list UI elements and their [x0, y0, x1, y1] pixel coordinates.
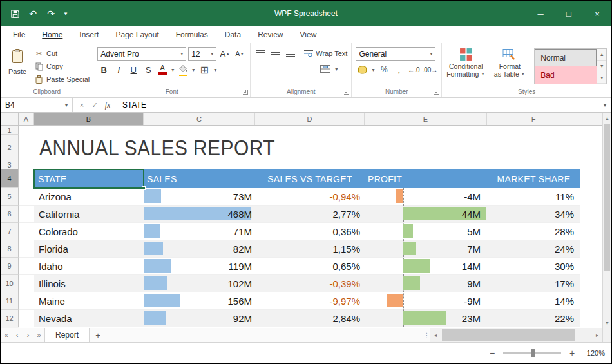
horizontal-scroll-track[interactable] — [441, 328, 592, 342]
maximize-button[interactable]: □ — [555, 1, 583, 26]
sheet-tab-report[interactable]: Report — [44, 328, 90, 342]
column-header-c[interactable]: C — [144, 113, 255, 125]
font-color-button[interactable]: A — [157, 63, 168, 76]
cell-profit[interactable]: -4M — [365, 188, 487, 206]
row-header-10[interactable]: 10 — [1, 275, 19, 292]
increase-decimal-button[interactable]: ←.0 — [407, 63, 420, 76]
align-right-button[interactable] — [284, 62, 297, 75]
justify-button[interactable] — [299, 62, 312, 75]
cell-a4[interactable] — [19, 169, 34, 188]
cell-profit[interactable]: 9M — [365, 275, 487, 292]
horizontal-scroll-thumb[interactable] — [442, 329, 575, 341]
cell-state[interactable]: Maine — [34, 292, 144, 310]
cell-market-share[interactable]: 30% — [487, 258, 580, 275]
tab-view[interactable]: View — [292, 28, 325, 43]
font-name-combo[interactable]: Advent Pro ▾ — [97, 47, 186, 61]
cell-sales[interactable]: 82M — [144, 240, 255, 258]
customize-qat-button[interactable]: ▾ — [61, 6, 70, 21]
scroll-down-icon[interactable]: ▼ — [603, 318, 611, 328]
tab-review[interactable]: Review — [249, 28, 291, 43]
scroll-up-icon[interactable]: ▲ — [603, 113, 611, 123]
zoom-slider-thumb[interactable] — [531, 349, 535, 357]
cell-sales[interactable]: 71M — [144, 223, 255, 240]
underline-button[interactable]: U — [127, 63, 140, 76]
formula-cancel-button[interactable]: × — [75, 101, 88, 109]
gallery-down-button[interactable]: ▼ — [597, 61, 606, 72]
column-header-e[interactable]: E — [365, 113, 487, 125]
cell-a[interactable] — [19, 240, 34, 258]
bold-button[interactable]: B — [97, 63, 110, 76]
cell-state[interactable]: Colorado — [34, 223, 144, 240]
column-header-a[interactable]: A — [19, 113, 34, 125]
italic-button[interactable]: I — [112, 63, 125, 76]
cell-profit[interactable]: 5M — [365, 223, 487, 240]
cell-sales[interactable]: 102M — [144, 275, 255, 292]
row-header-6[interactable]: 6 — [1, 206, 19, 223]
number-dialog-launcher-icon[interactable] — [434, 90, 439, 95]
row-header-5[interactable]: 5 — [1, 188, 19, 206]
wrap-text-button[interactable]: Wrap Text — [304, 47, 347, 60]
cell-profit-header[interactable]: PROFIT — [365, 169, 487, 188]
tab-file[interactable]: File — [5, 28, 33, 43]
comma-style-button[interactable]: , — [392, 63, 405, 76]
cell-profit[interactable]: -9M — [365, 292, 487, 310]
borders-button[interactable]: ⊞ — [198, 63, 211, 76]
minimize-button[interactable]: ─ — [526, 1, 555, 26]
cell-market-share[interactable]: 22% — [487, 310, 580, 327]
formula-enter-button[interactable]: ✓ — [88, 101, 101, 110]
row-header-9[interactable]: 9 — [1, 258, 19, 275]
zoom-in-button[interactable]: + — [566, 348, 578, 358]
vertical-scroll-thumb[interactable] — [604, 124, 610, 271]
tab-page-layout[interactable]: Page Layout — [107, 28, 167, 43]
cell-sales-vs-target[interactable]: 0,65% — [255, 258, 365, 275]
merge-center-button[interactable] — [319, 62, 332, 75]
strikethrough-button[interactable]: S — [142, 63, 155, 76]
accounting-format-button[interactable] — [356, 63, 368, 76]
cell-state[interactable]: Nevada — [34, 310, 144, 327]
formula-bar-expand-button[interactable]: ▾ — [598, 98, 611, 112]
align-left-button[interactable] — [254, 62, 267, 75]
zoom-out-button[interactable]: − — [486, 348, 498, 358]
copy-button[interactable]: Copy — [35, 61, 90, 72]
row-header-3[interactable]: 3 — [1, 160, 19, 169]
cell-sales-header[interactable]: SALES — [144, 169, 255, 188]
number-format-combo[interactable]: General ▾ — [356, 47, 435, 61]
select-all-corner[interactable] — [1, 113, 19, 125]
cell-profit[interactable]: 23M — [365, 310, 487, 327]
paste-button[interactable]: Paste — [3, 44, 32, 75]
cell-market-share[interactable]: 17% — [487, 275, 580, 292]
cell-sales-vs-target[interactable]: -0,39% — [255, 275, 365, 292]
vertical-scrollbar[interactable]: ▲ ▼ — [602, 113, 611, 328]
cell-sales-vs-target[interactable]: -0,94% — [255, 188, 365, 206]
gallery-more-button[interactable]: ▾ — [597, 72, 606, 84]
tab-splitter-icon[interactable]: ⋮ — [424, 328, 430, 342]
name-box[interactable]: B4 ▾ — [1, 98, 73, 112]
cell-a[interactable] — [19, 223, 34, 240]
save-button[interactable] — [7, 6, 23, 21]
cut-button[interactable]: ✂ Cut — [35, 48, 90, 59]
previous-sheet-button[interactable]: ‹ — [12, 328, 23, 342]
style-bad[interactable]: Bad — [535, 66, 597, 84]
cell-state[interactable]: Florida — [34, 240, 144, 258]
cell-state[interactable]: Illinois — [34, 275, 144, 292]
fill-color-button[interactable] — [177, 63, 189, 76]
decrease-decimal-button[interactable]: .00→ — [422, 63, 437, 76]
cell-sales[interactable]: 468M — [144, 206, 255, 223]
grow-font-button[interactable]: A▲ — [218, 48, 231, 61]
cell-a[interactable] — [19, 310, 34, 327]
cell-sales-vs-target[interactable]: -9,97% — [255, 292, 365, 310]
column-header-d[interactable]: D — [255, 113, 365, 125]
cell-sales[interactable]: 92M — [144, 310, 255, 327]
font-size-combo[interactable]: 12 ▾ — [188, 47, 216, 61]
font-color-dropdown[interactable]: ▾ — [170, 67, 175, 73]
row-header-11[interactable]: 11 — [1, 292, 19, 310]
borders-dropdown[interactable]: ▾ — [213, 67, 218, 73]
cell-sales-vs-target[interactable]: 2,84% — [255, 310, 365, 327]
align-bottom-button[interactable] — [284, 47, 297, 60]
paste-special-button[interactable]: Paste Special — [35, 74, 90, 84]
shrink-font-button[interactable]: A▼ — [233, 48, 246, 61]
grid-body[interactable]: ANNUAL SALES REPORTSTATESALESSALES VS TA… — [19, 126, 602, 328]
percent-style-button[interactable]: % — [378, 63, 390, 76]
conditional-formatting-button[interactable]: Conditional Formatting▾ — [444, 44, 488, 78]
tab-home[interactable]: Home — [33, 28, 71, 43]
